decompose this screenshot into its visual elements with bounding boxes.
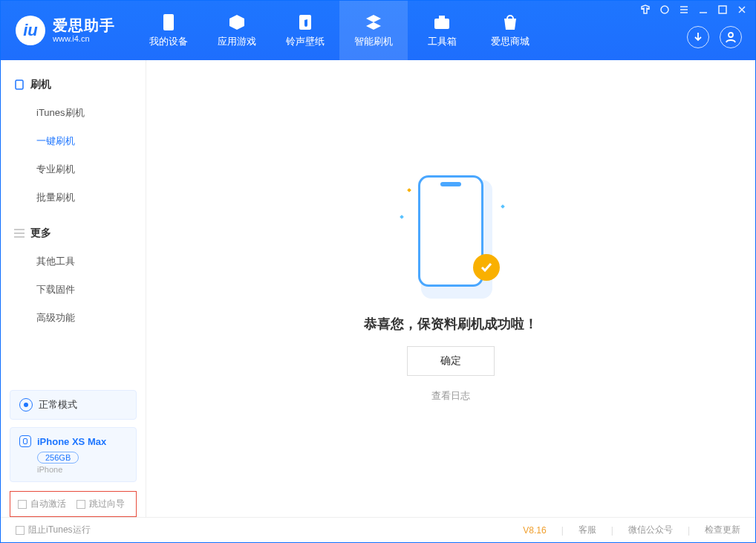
sidebar: 刷机 iTunes刷机 一键刷机 专业刷机 批量刷机 更多 其他工具 下载固件 … [1,60,146,517]
note-icon [296,13,314,31]
toolbox-icon [433,13,451,31]
success-illustration [399,175,503,302]
sidebar-item-fw[interactable]: 下载固件 [14,276,132,304]
window-controls [639,4,748,16]
maximize-icon[interactable] [717,4,729,16]
nav-tab-store[interactable]: 爱思商城 [476,1,544,60]
checkbox-stop-itunes[interactable]: 阻止iTunes运行 [16,524,91,536]
checkbox-autoactivate[interactable]: 自动激活 [18,498,66,510]
footer-link-upd[interactable]: 检查更新 [705,524,740,536]
checkbox-icon [16,526,25,535]
sidebar-group-flash: 刷机 [14,78,132,91]
footer-link-cs[interactable]: 客服 [579,524,596,536]
device-card-icon [19,435,31,447]
svg-point-6 [729,33,733,37]
brand: iu 爱思助手 www.i4.cn [1,1,134,60]
refresh-icon [365,13,382,31]
bag-icon [501,13,519,31]
nav-tab-tools[interactable]: 工具箱 [408,1,476,60]
body: 刷机 iTunes刷机 一键刷机 专业刷机 批量刷机 更多 其他工具 下载固件 … [1,60,755,517]
mode-icon [19,398,33,412]
phone-icon [160,13,177,31]
nav-tab-apps[interactable]: 应用游戏 [203,1,271,60]
device-subtitle: iPhone [37,465,127,474]
checkbox-icon [76,500,85,509]
nav-tab-ring[interactable]: 铃声壁纸 [271,1,339,60]
success-message: 恭喜您，保资料刷机成功啦！ [364,315,538,333]
svg-rect-3 [439,16,445,19]
content: 恭喜您，保资料刷机成功啦！ 确定 查看日志 [146,60,755,517]
svg-rect-0 [163,14,174,30]
nav-tabs: 我的设备 应用游戏 铃声壁纸 智能刷机 工具箱 爱思商城 [134,1,544,60]
footer: 阻止iTunes运行 V8.16 | 客服 | 微信公众号 | 检查更新 [1,517,755,542]
brand-url: www.i4.cn [53,34,115,44]
svg-rect-5 [719,6,726,13]
view-log-link[interactable]: 查看日志 [431,389,470,403]
nav-tab-flash[interactable]: 智能刷机 [339,1,408,60]
sidebar-item-other[interactable]: 其他工具 [14,247,132,276]
checkbox-skipguide[interactable]: 跳过向导 [76,498,125,510]
ok-button[interactable]: 确定 [407,346,495,376]
list-icon [14,228,25,238]
title-round-buttons [687,26,742,48]
close-icon[interactable] [736,4,748,16]
device-card[interactable]: iPhone XS Max 256GB iPhone [10,427,137,482]
titlebar: iu 爱思助手 www.i4.cn 我的设备 应用游戏 铃声壁纸 智能刷机 [1,1,755,60]
feedback-icon[interactable] [659,4,671,16]
sidebar-group-more: 更多 [14,227,132,240]
download-button[interactable] [687,26,709,48]
menu-icon[interactable] [678,4,690,16]
device-icon [14,79,25,90]
svg-rect-2 [434,19,449,29]
app-window: iu 爱思助手 www.i4.cn 我的设备 应用游戏 铃声壁纸 智能刷机 [0,0,756,543]
device-name: iPhone XS Max [37,436,106,447]
sidebar-item-adv[interactable]: 高级功能 [14,304,132,332]
skin-icon[interactable] [639,4,651,16]
device-capacity: 256GB [37,452,79,464]
cube-icon [228,13,246,31]
sidebar-item-pro[interactable]: 专业刷机 [14,155,132,183]
logo-icon: iu [16,16,45,45]
sidebar-item-batch[interactable]: 批量刷机 [14,183,132,212]
sidebar-item-itunes[interactable]: iTunes刷机 [14,99,132,127]
check-badge-icon [473,254,500,281]
version-label: V8.16 [523,525,546,536]
svg-point-4 [661,6,668,13]
sidebar-item-onekey[interactable]: 一键刷机 [14,127,132,155]
option-box: 自动激活 跳过向导 [10,491,137,517]
user-button[interactable] [720,26,742,48]
mode-card[interactable]: 正常模式 [10,390,137,420]
svg-rect-7 [16,80,23,89]
footer-link-wx[interactable]: 微信公众号 [628,524,673,536]
minimize-icon[interactable] [697,4,709,16]
checkbox-icon [18,500,27,509]
nav-tab-device[interactable]: 我的设备 [134,1,203,60]
mode-label: 正常模式 [39,398,77,412]
brand-name: 爱思助手 [53,17,115,34]
